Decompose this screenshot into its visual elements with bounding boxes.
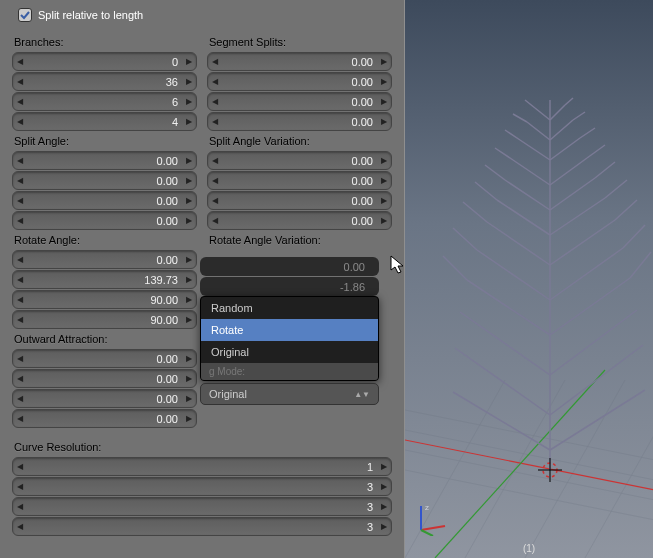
segment-splits-field-0[interactable]: ◀0.00▶ bbox=[207, 52, 392, 71]
split-angle-field-2[interactable]: ◀0.00▶ bbox=[12, 191, 197, 210]
chevron-right-icon[interactable]: ▶ bbox=[182, 176, 196, 185]
segment-splits-field-3[interactable]: ◀0.00▶ bbox=[207, 112, 392, 131]
chevron-right-icon[interactable]: ▶ bbox=[182, 97, 196, 106]
branches-field-3[interactable]: ◀4▶ bbox=[12, 112, 197, 131]
chevron-right-icon[interactable]: ▶ bbox=[182, 374, 196, 383]
chevron-right-icon[interactable]: ▶ bbox=[377, 216, 391, 225]
chevron-left-icon[interactable]: ◀ bbox=[13, 117, 27, 126]
chevron-left-icon[interactable]: ◀ bbox=[208, 156, 222, 165]
curve-res-field-0[interactable]: ◀1▶ bbox=[12, 457, 392, 476]
chevron-left-icon[interactable]: ◀ bbox=[13, 97, 27, 106]
chevron-right-icon[interactable]: ▶ bbox=[182, 77, 196, 86]
chevron-left-icon[interactable]: ◀ bbox=[13, 156, 27, 165]
chevron-left-icon[interactable]: ◀ bbox=[13, 255, 27, 264]
split-angle-field-0[interactable]: ◀0.00▶ bbox=[12, 151, 197, 170]
chevron-right-icon[interactable]: ▶ bbox=[377, 196, 391, 205]
chevron-right-icon[interactable]: ▶ bbox=[182, 315, 196, 324]
chevron-right-icon[interactable]: ▶ bbox=[182, 275, 196, 284]
chevron-left-icon[interactable]: ◀ bbox=[208, 117, 222, 126]
chevron-left-icon[interactable]: ◀ bbox=[208, 216, 222, 225]
chevron-right-icon[interactable]: ▶ bbox=[377, 77, 391, 86]
chevron-left-icon[interactable]: ◀ bbox=[13, 482, 27, 491]
segment-splits-field-2[interactable]: ◀0.00▶ bbox=[207, 92, 392, 111]
chevron-right-icon[interactable]: ▶ bbox=[377, 462, 391, 471]
chevron-right-icon[interactable]: ▶ bbox=[377, 482, 391, 491]
chevron-left-icon[interactable]: ◀ bbox=[13, 176, 27, 185]
split-relative-checkbox[interactable] bbox=[18, 8, 32, 22]
3d-viewport[interactable]: z (1) bbox=[405, 0, 653, 558]
split-angle-var-field-1[interactable]: ◀0.00▶ bbox=[207, 171, 392, 190]
chevron-right-icon[interactable]: ▶ bbox=[182, 295, 196, 304]
chevron-left-icon[interactable]: ◀ bbox=[208, 77, 222, 86]
chevron-right-icon[interactable]: ▶ bbox=[182, 255, 196, 264]
chevron-right-icon[interactable]: ▶ bbox=[377, 176, 391, 185]
chevron-left-icon[interactable]: ◀ bbox=[13, 216, 27, 225]
outward-field-2[interactable]: ◀0.00▶ bbox=[12, 389, 197, 408]
chevron-right-icon[interactable]: ▶ bbox=[182, 196, 196, 205]
chevron-left-icon[interactable]: ◀ bbox=[13, 414, 27, 423]
chevron-right-icon[interactable]: ▶ bbox=[182, 216, 196, 225]
split-angle-field-1[interactable]: ◀0.00▶ bbox=[12, 171, 197, 190]
curve-res-field-2[interactable]: ◀3▶ bbox=[12, 497, 392, 516]
branches-field-1[interactable]: ◀36▶ bbox=[12, 72, 197, 91]
rotate-angle-var-label: Rotate Angle Variation: bbox=[209, 234, 392, 246]
rotate-angle-field-2[interactable]: ◀90.00▶ bbox=[12, 290, 197, 309]
chevron-left-icon[interactable]: ◀ bbox=[13, 374, 27, 383]
dropdown-select[interactable]: Original ▲▼ bbox=[200, 383, 379, 405]
dropdown-select-value: Original bbox=[209, 388, 247, 400]
chevron-right-icon[interactable]: ▶ bbox=[182, 354, 196, 363]
curve-res-field-1[interactable]: ◀3▶ bbox=[12, 477, 392, 496]
chevron-left-icon[interactable]: ◀ bbox=[208, 57, 222, 66]
chevron-left-icon[interactable]: ◀ bbox=[13, 77, 27, 86]
branches-field-0[interactable]: ◀0▶ bbox=[12, 52, 197, 71]
chevron-right-icon[interactable]: ▶ bbox=[182, 156, 196, 165]
svg-line-6 bbox=[525, 380, 625, 558]
chevron-left-icon[interactable]: ◀ bbox=[208, 97, 222, 106]
chevron-left-icon[interactable]: ◀ bbox=[13, 196, 27, 205]
split-angle-var-field-0[interactable]: ◀0.00▶ bbox=[207, 151, 392, 170]
chevron-right-icon[interactable]: ▶ bbox=[377, 97, 391, 106]
dropdown-option-random[interactable]: Random bbox=[201, 297, 378, 319]
chevron-left-icon[interactable]: ◀ bbox=[208, 176, 222, 185]
left-column: Branches: ◀0▶ ◀36▶ ◀6▶ ◀4▶ Split Angle: … bbox=[12, 32, 197, 429]
split-angle-field-3[interactable]: ◀0.00▶ bbox=[12, 211, 197, 230]
chevron-right-icon[interactable]: ▶ bbox=[377, 57, 391, 66]
chevron-right-icon[interactable]: ▶ bbox=[377, 522, 391, 531]
value: 3 bbox=[27, 481, 377, 493]
dropdown-option-rotate[interactable]: Rotate bbox=[201, 319, 378, 341]
dropdown-option-original[interactable]: Original bbox=[201, 341, 378, 363]
chevron-left-icon[interactable]: ◀ bbox=[13, 295, 27, 304]
rotate-angle-var-dropdown: 0.00 -1.86 Random Rotate Original g Mode… bbox=[200, 257, 379, 405]
chevron-left-icon[interactable]: ◀ bbox=[208, 196, 222, 205]
chevron-right-icon[interactable]: ▶ bbox=[377, 156, 391, 165]
value: 90.00 bbox=[27, 294, 182, 306]
chevron-left-icon[interactable]: ◀ bbox=[13, 354, 27, 363]
chevron-left-icon[interactable]: ◀ bbox=[13, 522, 27, 531]
chevron-left-icon[interactable]: ◀ bbox=[13, 502, 27, 511]
chevron-right-icon[interactable]: ▶ bbox=[377, 117, 391, 126]
split-relative-row: Split relative to length bbox=[12, 4, 392, 32]
outward-field-1[interactable]: ◀0.00▶ bbox=[12, 369, 197, 388]
chevron-right-icon[interactable]: ▶ bbox=[182, 57, 196, 66]
rotate-angle-field-3[interactable]: ◀90.00▶ bbox=[12, 310, 197, 329]
chevron-right-icon[interactable]: ▶ bbox=[182, 117, 196, 126]
chevron-left-icon[interactable]: ◀ bbox=[13, 57, 27, 66]
chevron-left-icon[interactable]: ◀ bbox=[13, 394, 27, 403]
branches-field-2[interactable]: ◀6▶ bbox=[12, 92, 197, 111]
chevron-left-icon[interactable]: ◀ bbox=[13, 462, 27, 471]
dropdown-menu: Random Rotate Original g Mode: bbox=[200, 296, 379, 381]
rotate-angle-field-1[interactable]: ◀139.73▶ bbox=[12, 270, 197, 289]
chevron-right-icon[interactable]: ▶ bbox=[182, 394, 196, 403]
chevron-right-icon[interactable]: ▶ bbox=[182, 414, 196, 423]
value: 0.00 bbox=[27, 215, 182, 227]
curve-res-field-3[interactable]: ◀3▶ bbox=[12, 517, 392, 536]
chevron-left-icon[interactable]: ◀ bbox=[13, 315, 27, 324]
rotate-angle-field-0[interactable]: ◀0.00▶ bbox=[12, 250, 197, 269]
outward-field-3[interactable]: ◀0.00▶ bbox=[12, 409, 197, 428]
chevron-right-icon[interactable]: ▶ bbox=[377, 502, 391, 511]
chevron-left-icon[interactable]: ◀ bbox=[13, 275, 27, 284]
outward-field-0[interactable]: ◀0.00▶ bbox=[12, 349, 197, 368]
segment-splits-field-1[interactable]: ◀0.00▶ bbox=[207, 72, 392, 91]
split-angle-var-field-3[interactable]: ◀0.00▶ bbox=[207, 211, 392, 230]
split-angle-var-field-2[interactable]: ◀0.00▶ bbox=[207, 191, 392, 210]
